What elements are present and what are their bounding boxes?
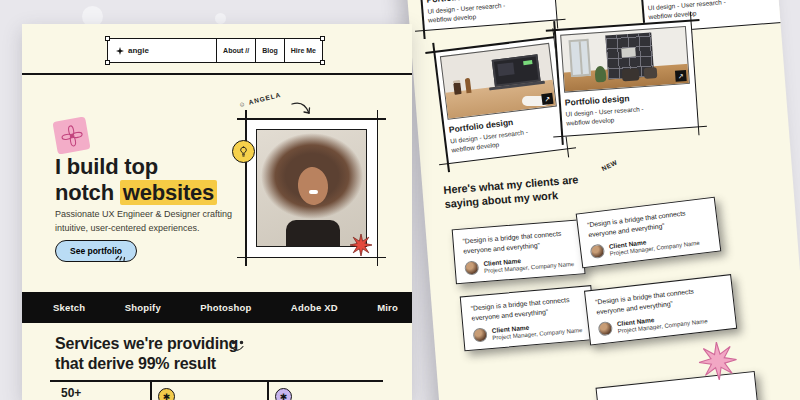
skills-bar: Sketch Shopify Photoshop Adobe XD Miro xyxy=(22,292,412,323)
testimonial-author: Client Name Project Manager, Company Nam… xyxy=(473,319,586,343)
portfolio-card[interactable]: ↗ Portfolio design UI design - User rese… xyxy=(554,20,699,137)
frame-line xyxy=(245,110,247,266)
testimonial-quote: “Design is a bridge that connects everyo… xyxy=(470,294,583,324)
lightbulb-badge xyxy=(232,140,255,163)
services-table-divider xyxy=(267,380,269,400)
avatar xyxy=(598,321,613,336)
portfolio-card-subtitle: UI design - User research - webflow deve… xyxy=(648,0,777,22)
brand-logo-text: angie xyxy=(128,46,149,55)
star-badge-purple-icon: ✱ xyxy=(275,388,292,400)
frame-line xyxy=(237,257,386,259)
chair xyxy=(644,67,658,79)
hero-portrait-photo xyxy=(256,129,367,247)
starburst-pink-icon xyxy=(697,341,738,382)
workspace-photo: ↗ xyxy=(440,43,557,120)
external-link-icon[interactable]: ↗ xyxy=(541,93,553,105)
services-table-divider xyxy=(150,380,152,400)
subtitle-line2: webflow develop xyxy=(566,117,614,127)
smiley-icon xyxy=(229,340,246,353)
chair xyxy=(622,68,640,81)
portfolio-card[interactable]: Portfolio design UI design - User resear… xyxy=(412,0,557,31)
testimonial-card: “Design is a bridge that connects everyo… xyxy=(576,197,722,269)
subtitle-line1: UI design - User research - xyxy=(565,105,643,117)
skill-miro: Miro xyxy=(377,302,398,313)
testimonial-quote: “Design is a bridge that connects everyo… xyxy=(462,228,573,257)
shelf-screen xyxy=(621,48,636,58)
navbar: angie About // Blog Hire Me xyxy=(107,38,323,63)
coffee-glass xyxy=(453,80,462,95)
skill-photoshop: Photoshop xyxy=(200,302,251,313)
frame-line xyxy=(237,118,386,120)
window xyxy=(569,39,592,77)
testimonial-author: Client Name Project Manager, Company Nam… xyxy=(464,253,575,276)
hero-title-line2: notch xyxy=(55,180,114,205)
plant xyxy=(594,66,606,83)
nav-item-hire[interactable]: Hire Me xyxy=(284,39,322,62)
frame-line xyxy=(377,110,379,266)
sparkle-marks-icon xyxy=(114,248,127,261)
portrait-torso xyxy=(286,220,340,247)
arrow-doodle-icon xyxy=(290,100,314,120)
testimonials-heading: Here's what my clients are saying about … xyxy=(443,172,580,211)
testimonial-card: “Design is a bridge that connects everyo… xyxy=(460,285,596,352)
interior-photo: ↗ xyxy=(560,26,690,93)
testimonial-card: “Design is a bridge that connects everyo… xyxy=(584,274,737,346)
photo-label: ☺ ANGELA xyxy=(238,91,282,108)
starburst-red-icon xyxy=(350,234,372,256)
services-stat: 50+ xyxy=(61,386,81,400)
selection-handle[interactable] xyxy=(320,60,325,65)
bottle xyxy=(465,78,472,93)
services-heading: Services we're providing that derive 99%… xyxy=(55,334,238,373)
services-table-border xyxy=(50,380,383,382)
nav-item-about-label: About // xyxy=(223,47,249,54)
subtitle-line2: webflow develop xyxy=(428,13,476,24)
avatar xyxy=(464,261,479,276)
hero-title: I build top notch websites xyxy=(55,154,217,205)
canvas: { "nav": { "logo": "angie", "items": [ {… xyxy=(0,0,800,400)
hero-title-line1: I build top xyxy=(55,154,158,179)
skill-adobexd: Adobe XD xyxy=(291,302,338,313)
lightbulb-icon xyxy=(237,145,250,158)
external-link-icon[interactable]: ↗ xyxy=(675,70,687,82)
window-mullion xyxy=(579,41,583,74)
background-dot xyxy=(215,13,226,24)
selection-handle[interactable] xyxy=(105,60,110,65)
header-divider xyxy=(22,73,412,75)
selection-handle[interactable] xyxy=(105,36,110,41)
brand-logo[interactable]: angie xyxy=(108,39,216,62)
card-line xyxy=(412,0,425,39)
star-badge-yellow-icon: ✱ xyxy=(158,388,175,400)
hero-title-highlight: websites xyxy=(120,180,217,205)
star-logo-icon xyxy=(116,47,124,55)
nav-item-about[interactable]: About // xyxy=(216,39,255,62)
services-heading-line1: Services we're providing xyxy=(55,335,238,352)
portfolio-card[interactable]: ↗ Portfolio design UI design - User rese… xyxy=(433,36,568,164)
selection-handle[interactable] xyxy=(320,36,325,41)
nav-item-hire-label: Hire Me xyxy=(291,47,316,54)
screen-detail xyxy=(497,62,514,76)
services-heading-line2: that derive 99% result xyxy=(55,355,216,372)
skill-shopify: Shopify xyxy=(125,302,161,313)
right-page: Portfolio design UI design - User resear… xyxy=(402,0,800,400)
avatar xyxy=(590,244,606,260)
hero-description: Passionate UX Engineer & Designer crafti… xyxy=(55,208,239,236)
nav-item-blog-label: Blog xyxy=(262,47,278,54)
screen-detail xyxy=(523,60,532,65)
skill-sketch: Sketch xyxy=(53,302,85,313)
nav-item-blog[interactable]: Blog xyxy=(255,39,284,62)
new-badge: NEW xyxy=(600,158,618,172)
avatar xyxy=(473,328,488,343)
left-page: angie About // Blog Hire Me I build top … xyxy=(22,24,412,400)
flower-sticker-icon xyxy=(52,116,90,154)
testimonial-card: “Design is a bridge that connects everyo… xyxy=(452,219,586,284)
flower-drawing-icon xyxy=(56,120,86,150)
portrait-smile xyxy=(309,190,318,194)
